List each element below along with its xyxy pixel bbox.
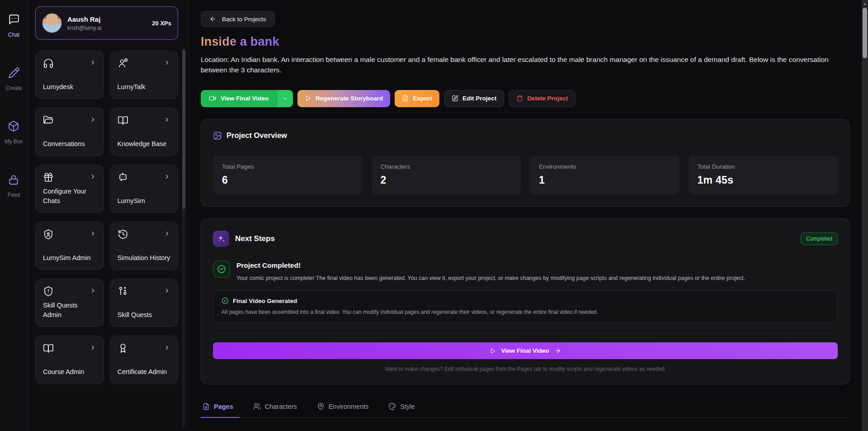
folder-open-icon xyxy=(43,115,54,126)
stat-label: Total Duration xyxy=(698,163,829,170)
award-icon xyxy=(118,343,128,354)
sidebar-item-skill-quests-admin[interactable]: Skill Quests Admin xyxy=(35,279,104,327)
sidebar-item-knowledge-base[interactable]: Knowledge Base xyxy=(110,108,179,156)
headphones-icon xyxy=(43,58,54,69)
map-pin-icon xyxy=(317,403,325,410)
sidebar-item-conversations[interactable]: Conversations xyxy=(35,108,104,156)
view-final-video-button[interactable]: View Final Video xyxy=(201,90,277,107)
back-to-projects-button[interactable]: Back to Projects xyxy=(201,11,275,27)
regenerate-storyboard-button[interactable]: Regenerate Storyboard xyxy=(297,90,390,107)
completed-title: Project Completed! xyxy=(236,260,745,270)
rail-item-feed[interactable]: Feed xyxy=(8,174,20,198)
edit-project-label: Edit Project xyxy=(462,95,496,102)
rail-item-my-box[interactable]: My Box xyxy=(5,120,23,145)
user-name: Aaush Raj xyxy=(67,15,146,23)
shield-alert-icon xyxy=(43,286,54,297)
final-video-title: Final Video Generated xyxy=(233,298,297,304)
stat-characters: Characters 2 xyxy=(372,156,521,194)
rail-label: Create xyxy=(5,85,22,91)
check-circle-icon xyxy=(222,297,229,304)
file-text-icon xyxy=(402,95,409,102)
stat-label: Environments xyxy=(539,163,670,170)
action-buttons: View Final Video Regenerate Storyboard E… xyxy=(201,90,850,107)
sidebar-item-label: Lurnydesk xyxy=(43,82,96,92)
tab-style[interactable]: Style xyxy=(387,400,421,418)
next-steps-title: Next Steps xyxy=(235,234,275,243)
chevron-right-icon xyxy=(90,116,96,123)
tab-environments[interactable]: Environments xyxy=(315,400,375,418)
book-open-icon xyxy=(118,115,128,126)
tab-label: Environments xyxy=(329,403,369,410)
regenerate-storyboard-label: Regenerate Storyboard xyxy=(316,95,383,102)
tab-pages[interactable]: Pages xyxy=(201,400,240,418)
sidebar-item-label: Certificate Admin xyxy=(118,367,171,377)
rail-label: Chat xyxy=(8,32,19,38)
completed-block: Project Completed! Your comic project is… xyxy=(236,260,745,283)
tab-characters[interactable]: Characters xyxy=(251,400,303,418)
bot-chat-icon xyxy=(118,172,128,183)
stat-value: 6 xyxy=(222,174,354,186)
sidebar-item-label: LurnySim Admin xyxy=(43,253,96,263)
sidebar-item-configure-your-chats[interactable]: Configure Your Chats xyxy=(35,165,104,213)
status-badge: Completed xyxy=(801,232,838,245)
shield-user-icon xyxy=(43,229,54,240)
next-steps-card: Next Steps Completed Project Completed! … xyxy=(201,218,850,385)
view-final-video-split-button: View Final Video xyxy=(201,90,293,107)
view-final-video-dropdown[interactable] xyxy=(277,90,293,107)
chevron-right-icon xyxy=(164,116,170,123)
sparkles-icon xyxy=(213,231,229,247)
sidebar-item-lurnydesk[interactable]: Lurnydesk xyxy=(35,51,104,99)
sidebar-item-label: LurnySim xyxy=(118,196,171,206)
rail-item-create[interactable]: Create xyxy=(5,67,22,91)
page-scrollbar-thumb[interactable] xyxy=(863,8,867,58)
chevron-right-icon xyxy=(90,287,96,294)
book-open-icon xyxy=(43,343,54,354)
rail-label: Feed xyxy=(8,192,20,198)
user-email: krish@lurny.ai xyxy=(67,25,146,31)
back-label: Back to Projects xyxy=(222,16,266,23)
palette-icon xyxy=(388,403,396,410)
project-description: Location: An Indian bank. An interaction… xyxy=(201,54,850,76)
xp-badge: 20 XPs xyxy=(152,20,171,27)
sidebar-card-grid: Lurnydesk LurnyTalk Conversations Knowle… xyxy=(35,51,178,384)
sidebar-item-lurnysim[interactable]: LurnySim xyxy=(110,165,179,213)
image-icon xyxy=(213,131,222,140)
sidebar-item-label: Knowledge Base xyxy=(118,139,171,149)
sidebar-item-simulation-history[interactable]: Simulation History xyxy=(110,222,179,270)
scroll-up-arrow[interactable]: ▲ xyxy=(862,2,868,6)
avatar xyxy=(42,13,62,33)
sidebar-scrollbar-thumb[interactable] xyxy=(182,50,185,209)
sidebar-item-course-admin[interactable]: Course Admin xyxy=(35,336,104,384)
sidebar-item-lurnytalk[interactable]: LurnyTalk xyxy=(110,51,179,99)
stat-total-pages: Total Pages 6 xyxy=(213,156,363,194)
trash-icon xyxy=(516,95,523,102)
view-final-video-primary-button[interactable]: View Final Video xyxy=(213,342,838,359)
video-camera-icon xyxy=(209,95,217,102)
rail-label: My Box xyxy=(5,138,23,145)
user-profile-card[interactable]: Aaush Raj krish@lurny.ai 20 XPs xyxy=(35,6,178,40)
chat-bubble-icon xyxy=(8,14,20,25)
edit-pencil-icon xyxy=(452,95,458,102)
stat-value: 1 xyxy=(539,174,670,186)
view-final-video-label: View Final Video xyxy=(501,347,549,354)
sidebar-item-certificate-admin[interactable]: Certificate Admin xyxy=(110,336,179,384)
project-overview-card: Project Overview Total Pages 6 Character… xyxy=(201,119,850,207)
rail-item-chat[interactable]: Chat xyxy=(8,14,20,38)
completed-description: Your comic project is complete! The fina… xyxy=(236,274,745,283)
delete-project-label: Delete Project xyxy=(527,95,568,102)
chevron-down-icon xyxy=(282,95,288,102)
sidebar-scrollbar[interactable] xyxy=(182,48,185,426)
page-scrollbar[interactable]: ▲ xyxy=(862,0,868,431)
divider xyxy=(213,333,838,333)
sidebar-item-label: Configure Your Chats xyxy=(43,187,96,206)
export-button[interactable]: Export xyxy=(395,90,439,107)
cube-icon xyxy=(8,120,19,132)
sidebar-item-lurnysim-admin[interactable]: LurnySim Admin xyxy=(35,222,104,270)
edit-project-button[interactable]: Edit Project xyxy=(444,90,504,107)
arrow-left-icon xyxy=(209,15,217,23)
tab-label: Style xyxy=(400,403,415,410)
final-video-generated-box: Final Video Generated All pages have bee… xyxy=(213,290,838,323)
sidebar-item-skill-quests[interactable]: Skill Quests xyxy=(110,279,179,327)
delete-project-button[interactable]: Delete Project xyxy=(509,90,576,107)
chevron-right-icon xyxy=(164,344,170,351)
